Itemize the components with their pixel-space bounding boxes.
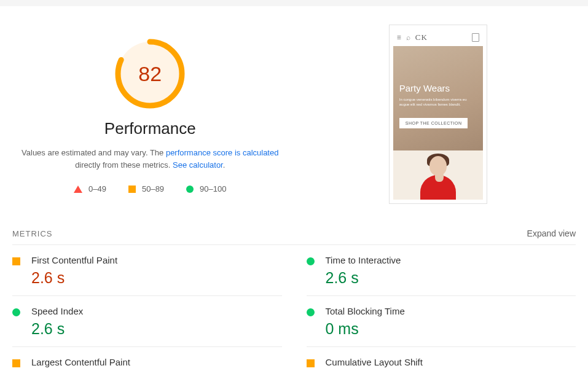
triangle-icon xyxy=(74,186,82,193)
score-description: Values are estimated and may vary. The p… xyxy=(21,147,279,171)
metric-tbt: Total Blocking Time 0 ms xyxy=(307,296,576,347)
metrics-header: METRICS Expand view xyxy=(12,228,576,245)
score-legend: 0–49 50–89 90–100 xyxy=(74,184,226,193)
expand-view-toggle[interactable]: Expand view xyxy=(527,228,576,238)
legend-good-label: 90–100 xyxy=(200,184,226,193)
thumb-lower xyxy=(393,150,483,200)
metrics-grid: First Contentful Paint 2.6 s Time to Int… xyxy=(12,245,576,371)
circle-icon xyxy=(12,308,20,316)
person-graphic xyxy=(417,154,460,200)
screenshot-panel: ≡ ⌕ CK Party Wears In congue venenatis b… xyxy=(300,18,576,204)
circle-icon xyxy=(307,257,315,265)
circle-icon xyxy=(186,186,194,193)
page-thumbnail: ≡ ⌕ CK Party Wears In congue venenatis b… xyxy=(389,25,487,204)
thumb-header: ≡ ⌕ CK xyxy=(393,29,483,46)
gauge-title: Performance xyxy=(104,119,196,138)
performance-gauge: 82 xyxy=(113,37,187,111)
metric-si: Speed Index 2.6 s xyxy=(12,296,282,347)
circle-icon xyxy=(307,308,315,316)
desc-text-3: . xyxy=(223,160,225,170)
search-icon: ⌕ xyxy=(406,33,410,42)
metric-value: 0 ms xyxy=(326,320,576,338)
summary-row: 82 Performance Values are estimated and … xyxy=(12,18,576,204)
metric-name: Total Blocking Time xyxy=(326,306,576,316)
square-icon xyxy=(307,359,315,367)
metric-name: Cumulative Layout Shift xyxy=(326,357,576,367)
gauge-score: 82 xyxy=(113,37,187,111)
metric-name: Time to Interactive xyxy=(326,255,576,265)
metric-name: Speed Index xyxy=(31,306,282,316)
legend-poor-label: 0–49 xyxy=(88,184,106,193)
metric-name: First Contentful Paint xyxy=(31,255,282,265)
metric-cls: Cumulative Layout Shift 0.155 xyxy=(307,347,576,371)
thumb-cta-button: SHOP THE COLLECTION xyxy=(399,118,468,128)
thumb-hero-sub: In congue venenatis bibendum viverra eu … xyxy=(399,97,477,107)
metrics-label: METRICS xyxy=(12,229,53,238)
square-icon xyxy=(12,359,20,367)
see-calculator-link[interactable]: See calculator xyxy=(173,160,223,170)
thumb-hero: Party Wears In congue venenatis bibendum… xyxy=(393,46,483,150)
report-content: 82 Performance Values are estimated and … xyxy=(0,6,588,371)
bag-icon xyxy=(472,33,479,42)
legend-avg: 50–89 xyxy=(128,184,164,193)
metric-name: Largest Contentful Paint xyxy=(31,357,282,367)
thumb-hero-title: Party Wears xyxy=(399,83,477,93)
metric-value: 2.6 s xyxy=(31,320,282,338)
metric-fcp: First Contentful Paint 2.6 s xyxy=(12,245,282,296)
menu-icon: ≡ xyxy=(397,33,401,42)
metric-value: 2.6 s xyxy=(326,269,576,287)
legend-avg-label: 50–89 xyxy=(142,184,164,193)
square-icon xyxy=(12,257,20,265)
legend-good: 90–100 xyxy=(186,184,226,193)
score-calc-link[interactable]: performance score is calculated xyxy=(166,148,279,157)
score-panel: 82 Performance Values are estimated and … xyxy=(12,18,288,204)
metric-value: 2.6 s xyxy=(31,269,282,287)
metric-tti: Time to Interactive 2.6 s xyxy=(307,245,576,296)
desc-text-2: directly from these metrics. xyxy=(75,160,173,170)
legend-poor: 0–49 xyxy=(74,184,106,193)
desc-text-1: Values are estimated and may vary. The xyxy=(22,148,166,157)
metric-lcp: Largest Contentful Paint 3.6 s xyxy=(12,347,282,371)
square-icon xyxy=(128,186,136,193)
thumb-logo: CK xyxy=(415,33,428,42)
top-divider xyxy=(0,0,588,6)
